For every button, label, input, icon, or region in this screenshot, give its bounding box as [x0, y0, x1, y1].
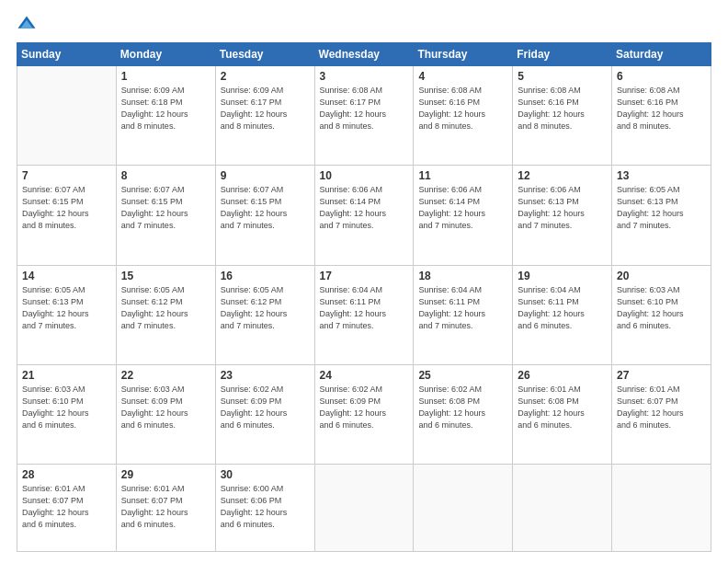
day-number: 12 — [518, 169, 607, 182]
calendar-day-cell: 19Sunrise: 6:04 AM Sunset: 6:11 PM Dayli… — [513, 265, 612, 364]
page: SundayMondayTuesdayWednesdayThursdayFrid… — [0, 0, 728, 563]
day-number: 5 — [518, 70, 607, 83]
calendar-day-cell: 3Sunrise: 6:08 AM Sunset: 6:17 PM Daylig… — [314, 66, 414, 166]
calendar-day-cell — [612, 465, 711, 552]
calendar-week-row: 28Sunrise: 6:01 AM Sunset: 6:07 PM Dayli… — [17, 465, 711, 552]
day-info: Sunrise: 6:01 AM Sunset: 6:08 PM Dayligh… — [518, 384, 607, 431]
day-info: Sunrise: 6:06 AM Sunset: 6:13 PM Dayligh… — [518, 184, 607, 232]
calendar-day-cell: 25Sunrise: 6:02 AM Sunset: 6:08 PM Dayli… — [414, 364, 513, 464]
day-number: 27 — [617, 369, 706, 382]
calendar-day-cell: 14Sunrise: 6:05 AM Sunset: 6:13 PM Dayli… — [17, 265, 117, 364]
day-info: Sunrise: 6:07 AM Sunset: 6:15 PM Dayligh… — [221, 184, 310, 232]
calendar-day-cell: 6Sunrise: 6:08 AM Sunset: 6:16 PM Daylig… — [612, 66, 711, 166]
calendar-weekday-saturday: Saturday — [612, 43, 711, 66]
day-number: 29 — [121, 468, 210, 481]
day-number: 25 — [418, 369, 507, 382]
logo-icon — [17, 15, 37, 35]
day-info: Sunrise: 6:02 AM Sunset: 6:08 PM Dayligh… — [418, 384, 507, 431]
day-number: 2 — [221, 70, 310, 83]
day-number: 20 — [617, 270, 706, 282]
day-number: 10 — [320, 169, 409, 182]
day-info: Sunrise: 6:03 AM Sunset: 6:09 PM Dayligh… — [121, 384, 210, 431]
calendar-day-cell — [17, 66, 117, 166]
day-info: Sunrise: 6:09 AM Sunset: 6:17 PM Dayligh… — [221, 85, 310, 132]
logo — [17, 15, 40, 35]
day-info: Sunrise: 6:08 AM Sunset: 6:16 PM Dayligh… — [518, 85, 607, 132]
day-info: Sunrise: 6:00 AM Sunset: 6:06 PM Dayligh… — [221, 483, 310, 531]
day-info: Sunrise: 6:05 AM Sunset: 6:12 PM Dayligh… — [221, 284, 310, 332]
day-number: 28 — [22, 468, 111, 481]
calendar-day-cell — [513, 465, 612, 552]
day-number: 14 — [22, 270, 111, 282]
day-info: Sunrise: 6:04 AM Sunset: 6:11 PM Dayligh… — [518, 284, 607, 332]
calendar-table: SundayMondayTuesdayWednesdayThursdayFrid… — [17, 42, 711, 552]
day-info: Sunrise: 6:07 AM Sunset: 6:15 PM Dayligh… — [121, 184, 210, 232]
calendar-day-cell — [414, 465, 513, 552]
day-number: 16 — [221, 270, 310, 282]
day-info: Sunrise: 6:02 AM Sunset: 6:09 PM Dayligh… — [320, 384, 409, 431]
calendar-day-cell: 10Sunrise: 6:06 AM Sunset: 6:14 PM Dayli… — [314, 166, 414, 265]
day-number: 9 — [221, 169, 310, 182]
day-info: Sunrise: 6:06 AM Sunset: 6:14 PM Dayligh… — [418, 184, 507, 232]
day-number: 21 — [22, 369, 111, 382]
day-info: Sunrise: 6:05 AM Sunset: 6:13 PM Dayligh… — [22, 284, 111, 332]
day-number: 11 — [418, 169, 507, 182]
calendar-day-cell: 26Sunrise: 6:01 AM Sunset: 6:08 PM Dayli… — [513, 364, 612, 464]
day-info: Sunrise: 6:01 AM Sunset: 6:07 PM Dayligh… — [121, 483, 210, 531]
calendar-weekday-sunday: Sunday — [17, 43, 117, 66]
calendar-weekday-tuesday: Tuesday — [215, 43, 314, 66]
calendar-day-cell: 29Sunrise: 6:01 AM Sunset: 6:07 PM Dayli… — [116, 465, 215, 552]
day-info: Sunrise: 6:08 AM Sunset: 6:16 PM Dayligh… — [617, 85, 706, 132]
day-info: Sunrise: 6:04 AM Sunset: 6:11 PM Dayligh… — [320, 284, 409, 332]
calendar-day-cell: 2Sunrise: 6:09 AM Sunset: 6:17 PM Daylig… — [215, 66, 314, 166]
calendar-day-cell — [314, 465, 414, 552]
calendar-day-cell: 30Sunrise: 6:00 AM Sunset: 6:06 PM Dayli… — [215, 465, 314, 552]
day-number: 3 — [320, 70, 409, 83]
calendar-day-cell: 1Sunrise: 6:09 AM Sunset: 6:18 PM Daylig… — [116, 66, 215, 166]
calendar-day-cell: 15Sunrise: 6:05 AM Sunset: 6:12 PM Dayli… — [116, 265, 215, 364]
day-info: Sunrise: 6:04 AM Sunset: 6:11 PM Dayligh… — [418, 284, 507, 332]
calendar-day-cell: 12Sunrise: 6:06 AM Sunset: 6:13 PM Dayli… — [513, 166, 612, 265]
calendar-day-cell: 8Sunrise: 6:07 AM Sunset: 6:15 PM Daylig… — [116, 166, 215, 265]
calendar-week-row: 1Sunrise: 6:09 AM Sunset: 6:18 PM Daylig… — [17, 66, 711, 166]
calendar-day-cell: 18Sunrise: 6:04 AM Sunset: 6:11 PM Dayli… — [414, 265, 513, 364]
day-number: 30 — [221, 468, 310, 481]
day-number: 7 — [22, 169, 111, 182]
day-number: 19 — [518, 270, 607, 282]
calendar-week-row: 14Sunrise: 6:05 AM Sunset: 6:13 PM Dayli… — [17, 265, 711, 364]
calendar-weekday-wednesday: Wednesday — [314, 43, 414, 66]
calendar-day-cell: 9Sunrise: 6:07 AM Sunset: 6:15 PM Daylig… — [215, 166, 314, 265]
day-number: 22 — [121, 369, 210, 382]
calendar-day-cell: 27Sunrise: 6:01 AM Sunset: 6:07 PM Dayli… — [612, 364, 711, 464]
day-number: 15 — [121, 270, 210, 282]
day-info: Sunrise: 6:07 AM Sunset: 6:15 PM Dayligh… — [22, 184, 111, 232]
day-number: 6 — [617, 70, 706, 83]
calendar-week-row: 21Sunrise: 6:03 AM Sunset: 6:10 PM Dayli… — [17, 364, 711, 464]
calendar-day-cell: 5Sunrise: 6:08 AM Sunset: 6:16 PM Daylig… — [513, 66, 612, 166]
calendar-week-row: 7Sunrise: 6:07 AM Sunset: 6:15 PM Daylig… — [17, 166, 711, 265]
header — [17, 15, 711, 35]
day-number: 1 — [121, 70, 210, 83]
day-info: Sunrise: 6:08 AM Sunset: 6:16 PM Dayligh… — [418, 85, 507, 132]
day-info: Sunrise: 6:03 AM Sunset: 6:10 PM Dayligh… — [617, 284, 706, 332]
calendar-day-cell: 16Sunrise: 6:05 AM Sunset: 6:12 PM Dayli… — [215, 265, 314, 364]
calendar-day-cell: 20Sunrise: 6:03 AM Sunset: 6:10 PM Dayli… — [612, 265, 711, 364]
calendar-day-cell: 22Sunrise: 6:03 AM Sunset: 6:09 PM Dayli… — [116, 364, 215, 464]
day-info: Sunrise: 6:02 AM Sunset: 6:09 PM Dayligh… — [221, 384, 310, 431]
day-number: 13 — [617, 169, 706, 182]
day-info: Sunrise: 6:06 AM Sunset: 6:14 PM Dayligh… — [320, 184, 409, 232]
day-info: Sunrise: 6:05 AM Sunset: 6:13 PM Dayligh… — [617, 184, 706, 232]
calendar-day-cell: 24Sunrise: 6:02 AM Sunset: 6:09 PM Dayli… — [314, 364, 414, 464]
calendar-day-cell: 28Sunrise: 6:01 AM Sunset: 6:07 PM Dayli… — [17, 465, 117, 552]
day-number: 24 — [320, 369, 409, 382]
calendar-day-cell: 11Sunrise: 6:06 AM Sunset: 6:14 PM Dayli… — [414, 166, 513, 265]
calendar-day-cell: 23Sunrise: 6:02 AM Sunset: 6:09 PM Dayli… — [215, 364, 314, 464]
calendar-day-cell: 7Sunrise: 6:07 AM Sunset: 6:15 PM Daylig… — [17, 166, 117, 265]
day-number: 4 — [418, 70, 507, 83]
day-number: 18 — [418, 270, 507, 282]
day-info: Sunrise: 6:08 AM Sunset: 6:17 PM Dayligh… — [320, 85, 409, 132]
calendar-weekday-thursday: Thursday — [414, 43, 513, 66]
calendar-day-cell: 21Sunrise: 6:03 AM Sunset: 6:10 PM Dayli… — [17, 364, 117, 464]
day-number: 8 — [121, 169, 210, 182]
calendar-weekday-monday: Monday — [116, 43, 215, 66]
